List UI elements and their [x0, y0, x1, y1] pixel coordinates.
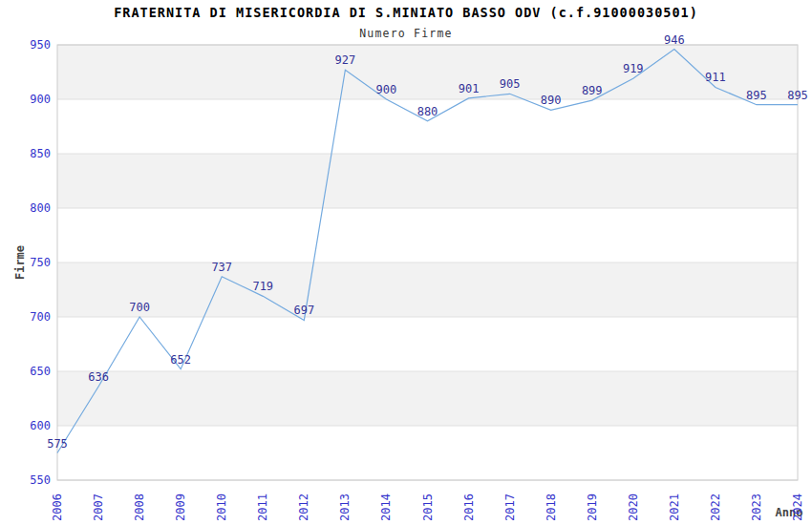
- data-point-label: 905: [500, 77, 521, 91]
- data-point-label: 895: [746, 89, 767, 102]
- data-point-label: 697: [293, 304, 314, 317]
- x-tick-label: 2015: [421, 494, 435, 521]
- y-tick-label: 950: [30, 38, 51, 52]
- data-point-label: 900: [376, 83, 397, 96]
- data-point-label: 575: [47, 437, 68, 451]
- y-tick-label: 650: [30, 365, 51, 378]
- y-tick-label: 600: [30, 419, 51, 432]
- data-point-label: 946: [664, 33, 685, 47]
- plot-area: 5506006507007508008509009502006200720082…: [30, 33, 808, 521]
- x-tick-label: 2007: [92, 494, 105, 521]
- data-point-label: 901: [459, 82, 480, 95]
- x-tick-label: 2020: [627, 494, 640, 521]
- data-point-label: 652: [170, 353, 191, 367]
- y-tick-label: 800: [30, 201, 51, 215]
- x-tick-label: 2023: [750, 494, 763, 521]
- y-tick-label: 550: [30, 473, 51, 487]
- x-tick-label: 2021: [668, 494, 681, 521]
- chart-page: FRATERNITA DI MISERICORDIA DI S.MINIATO …: [0, 0, 812, 525]
- grid-band: [57, 317, 798, 371]
- data-point-label: 636: [88, 370, 109, 384]
- grid-band: [57, 208, 798, 262]
- x-tick-label: 2010: [215, 494, 228, 521]
- data-point-label: 700: [129, 301, 150, 314]
- y-tick-label: 700: [30, 310, 51, 324]
- x-tick-label: 2006: [51, 494, 64, 521]
- data-point-label: 719: [252, 280, 273, 293]
- y-axis-title: Firme: [13, 245, 27, 280]
- data-point-label: 737: [211, 261, 232, 274]
- data-point-label: 927: [335, 53, 356, 67]
- data-point-label: 880: [417, 105, 438, 118]
- y-tick-label: 850: [30, 147, 51, 160]
- x-tick-label: 2012: [297, 494, 310, 521]
- x-tick-label: 2013: [338, 494, 352, 521]
- x-tick-label: 2018: [545, 494, 558, 521]
- data-point-label: 895: [787, 89, 808, 102]
- x-tick-label: 2011: [256, 494, 269, 521]
- x-tick-label: 2016: [462, 494, 476, 521]
- x-tick-label: 2022: [709, 494, 722, 521]
- data-point-label: 890: [541, 94, 562, 107]
- x-tick-label: 2014: [379, 494, 393, 521]
- data-point-label: 911: [705, 71, 726, 84]
- x-tick-label: 2009: [174, 494, 187, 521]
- y-tick-label: 900: [30, 93, 51, 106]
- y-tick-label: 750: [30, 256, 51, 269]
- chart-title: FRATERNITA DI MISERICORDIA DI S.MINIATO …: [114, 5, 698, 20]
- line-chart: FRATERNITA DI MISERICORDIA DI S.MINIATO …: [0, 0, 812, 525]
- grid-band: [57, 426, 798, 480]
- x-tick-label: 2019: [586, 494, 599, 521]
- grid-band: [57, 154, 798, 208]
- grid-band: [57, 262, 798, 317]
- grid-band: [57, 371, 798, 426]
- x-tick-label: 2008: [133, 494, 146, 521]
- grid-band: [57, 45, 798, 99]
- data-point-label: 899: [582, 84, 603, 97]
- data-point-label: 919: [623, 62, 644, 75]
- x-tick-label: 2017: [503, 494, 517, 521]
- x-tick-label: 2024: [791, 494, 804, 521]
- chart-subtitle: Numero Firme: [359, 27, 452, 40]
